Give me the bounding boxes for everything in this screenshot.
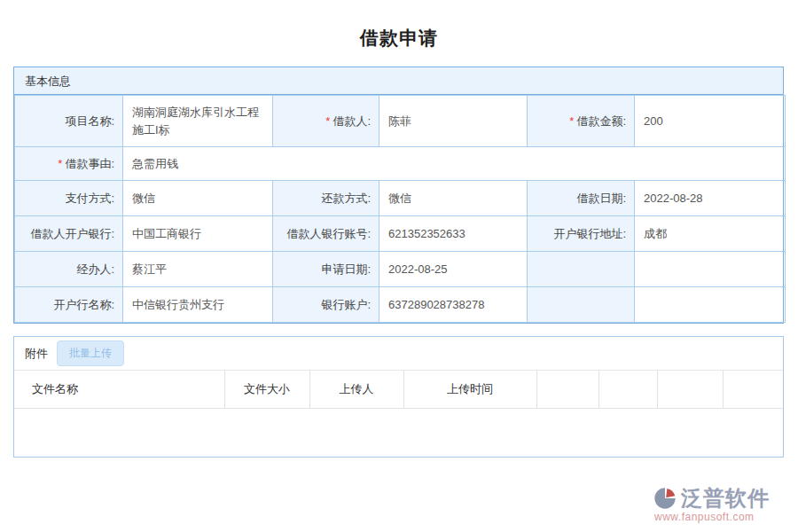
field-bank-account-label: 银行账户:: [273, 287, 379, 323]
field-borrower-bank-account-value: 621352352633: [379, 216, 528, 252]
field-borrower-bank-label: 借款人开户银行:: [15, 216, 123, 252]
field-repayment-method-value: 微信: [379, 181, 528, 216]
empty-value-cell: [635, 252, 786, 287]
attachments-label: 附件: [25, 346, 48, 362]
field-borrower-label: *借款人:: [273, 96, 379, 147]
table-row: 借款人开户银行: 中国工商银行 借款人银行账号: 621352352633 开户…: [15, 216, 786, 252]
table-row: 经办人: 蔡江平 申请日期: 2022-08-25: [15, 252, 786, 287]
field-bank-account-value: 637289028738278: [379, 287, 528, 323]
column-header-empty: [657, 371, 723, 408]
field-loan-reason-label: *借款事由:: [15, 147, 123, 181]
column-header-empty: [536, 371, 598, 408]
required-mark: *: [325, 114, 330, 128]
column-header-file-name: 文件名称: [14, 371, 224, 408]
field-repayment-method-label: 还款方式:: [273, 181, 379, 216]
field-payment-method-label: 支付方式:: [15, 181, 123, 216]
field-handler-value: 蔡江平: [123, 252, 273, 287]
field-account-bank-name-label: 开户行名称:: [15, 287, 123, 323]
vendor-brand-name: 泛普软件: [681, 484, 770, 512]
empty-label-cell: [528, 287, 635, 323]
attachments-header: 附件 批量上传: [14, 337, 783, 371]
required-mark: *: [58, 157, 62, 170]
field-loan-date-label: 借款日期:: [528, 181, 635, 216]
field-loan-amount-value: 200: [635, 96, 786, 147]
field-apply-date-value: 2022-08-25: [379, 252, 528, 287]
table-row: 项目名称: 湖南洞庭湖水库引水工程施工I标 *借款人: 陈菲 *借款金额: 20…: [15, 96, 786, 147]
table-row: 开户行名称: 中信银行贵州支行 银行账户: 637289028738278: [15, 287, 786, 323]
table-row: *借款事由: 急需用钱: [15, 147, 786, 181]
required-mark: *: [569, 114, 574, 128]
field-project-name-value: 湖南洞庭湖水库引水工程施工I标: [123, 96, 273, 147]
field-account-bank-name-value: 中信银行贵州支行: [123, 287, 273, 323]
empty-value-cell: [635, 287, 786, 323]
attachments-table: 文件名称 文件大小 上传人 上传时间: [14, 371, 783, 409]
fanpu-logo-icon: [653, 486, 677, 511]
field-bank-address-value: 成都: [635, 216, 786, 252]
page-title: 借款申请: [0, 0, 798, 51]
basic-info-table: 项目名称: 湖南洞庭湖水库引水工程施工I标 *借款人: 陈菲 *借款金额: 20…: [14, 95, 786, 323]
field-project-name-label: 项目名称:: [15, 96, 123, 147]
column-header-empty: [598, 371, 657, 408]
vendor-logo: 泛普软件 www.fanpusoft.com: [653, 484, 786, 523]
column-header-upload-time: 上传时间: [403, 371, 536, 408]
field-handler-label: 经办人:: [15, 252, 123, 287]
field-payment-method-value: 微信: [123, 181, 273, 216]
table-row: 支付方式: 微信 还款方式: 微信 借款日期: 2022-08-28: [15, 181, 786, 216]
field-loan-date-value: 2022-08-28: [635, 181, 786, 216]
field-borrower-value: 陈菲: [379, 96, 528, 147]
attachments-table-header-row: 文件名称 文件大小 上传人 上传时间: [14, 371, 783, 408]
field-apply-date-label: 申请日期:: [273, 252, 379, 287]
empty-label-cell: [528, 252, 635, 287]
attachments-empty-area: [14, 409, 783, 458]
basic-info-panel: 基本信息 项目名称: 湖南洞庭湖水库引水工程施工I标 *借款人: 陈菲 *借款金…: [13, 66, 784, 324]
field-loan-amount-label: *借款金额:: [528, 96, 635, 147]
field-borrower-bank-account-label: 借款人银行账号:: [273, 216, 379, 252]
field-loan-reason-value: 急需用钱: [123, 147, 786, 181]
column-header-file-size: 文件大小: [224, 371, 309, 408]
attachments-panel: 附件 批量上传 文件名称 文件大小 上传人 上传时间: [13, 336, 784, 458]
field-borrower-bank-value: 中国工商银行: [123, 216, 273, 252]
column-header-uploader: 上传人: [309, 371, 403, 408]
vendor-website: www.fanpusoft.com: [653, 511, 786, 523]
field-bank-address-label: 开户银行地址:: [528, 216, 635, 252]
column-header-empty: [723, 371, 783, 408]
batch-upload-button[interactable]: 批量上传: [57, 340, 124, 366]
basic-info-section-title: 基本信息: [14, 67, 783, 95]
